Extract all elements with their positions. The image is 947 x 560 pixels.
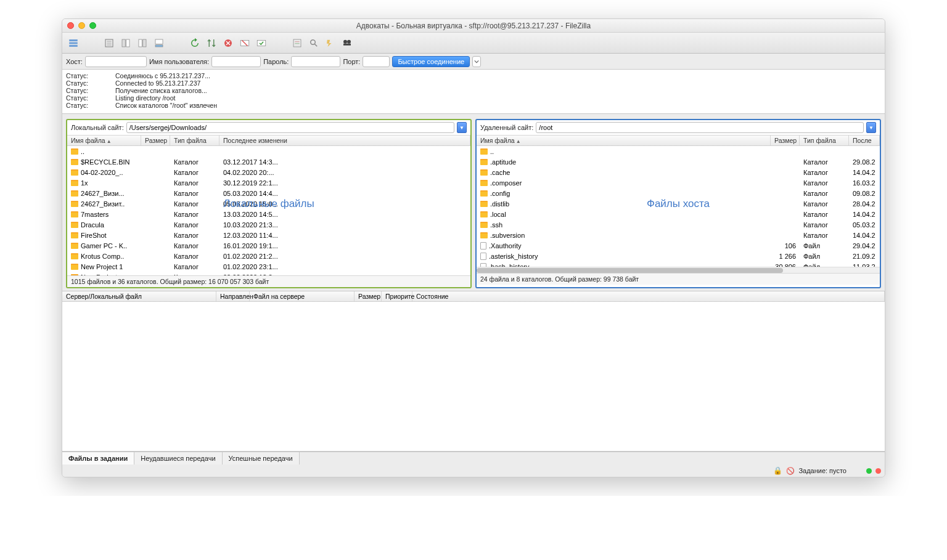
file-row[interactable]: 1xКаталог30.12.2019 22:1... [67, 177, 470, 188]
file-row[interactable]: .asterisk_history1 266Файл21.09.2 [477, 251, 880, 261]
search-icon[interactable] [306, 36, 321, 51]
file-row[interactable]: .localКаталог14.04.2 [477, 209, 880, 219]
file-size: 106 [771, 242, 800, 250]
remote-col-date[interactable]: После [849, 136, 880, 145]
user-input[interactable] [211, 56, 261, 67]
cancel-icon[interactable] [221, 36, 236, 51]
file-row[interactable]: .subversionКаталог14.04.2 [477, 230, 880, 240]
file-row[interactable]: .distlibКаталог28.04.2 [477, 198, 880, 209]
svg-rect-8 [126, 39, 129, 47]
file-name: .aptitude [490, 158, 516, 166]
file-row[interactable]: .cacheКаталог14.04.2 [477, 167, 880, 177]
remote-path-input[interactable] [536, 122, 864, 133]
local-col-date[interactable]: Последнее изменени [219, 136, 470, 145]
local-col-type[interactable]: Тип файла [170, 136, 219, 145]
tab-failed[interactable]: Неудавшиеся передачи [134, 452, 222, 465]
disconnect-icon[interactable] [237, 36, 252, 51]
local-path-dropdown[interactable]: ▼ [457, 122, 467, 133]
tab-success[interactable]: Успешные передачи [223, 452, 300, 465]
svg-rect-9 [139, 39, 142, 47]
tab-queued[interactable]: Файлы в задании [62, 452, 134, 465]
file-row[interactable]: DraculaКаталог10.03.2020 21:3... [67, 219, 470, 230]
queue-indicator-icon[interactable]: 🚫 [786, 467, 795, 475]
file-row[interactable]: Gamer PC - K..Каталог16.01.2020 19:1... [67, 240, 470, 251]
file-name: 04-02-2020_.. [81, 169, 123, 176]
queue-col-prio[interactable]: Приорите [382, 291, 412, 301]
remote-h-scrollbar[interactable] [477, 267, 880, 273]
pass-input[interactable] [291, 56, 340, 67]
scrollbar-thumb[interactable] [477, 268, 783, 273]
maximize-button[interactable] [89, 22, 96, 29]
quick-connect-button[interactable]: Быстрое соединение [392, 56, 470, 67]
file-type: Файл [800, 242, 849, 250]
site-manager-icon[interactable] [66, 36, 81, 51]
toggle-remote-tree-icon[interactable] [135, 36, 150, 51]
file-row[interactable]: Krotus Comp..Каталог01.02.2020 21:2... [67, 251, 470, 261]
file-type: Каталог [170, 232, 219, 239]
file-row[interactable]: .bash_history30 806Файл11.03.2 [477, 261, 880, 267]
quick-connect-dropdown[interactable] [472, 56, 481, 67]
file-row[interactable]: .Xauthority106Файл29.04.2 [477, 240, 880, 251]
folder-icon [480, 211, 488, 217]
file-row[interactable]: .configКаталог09.08.2 [477, 188, 880, 198]
file-date: 13.03.2020 14:5... [219, 211, 470, 218]
queue-header[interactable]: Сервер/Локальный файл Направлен Файл на … [62, 291, 885, 302]
remote-grid-header[interactable]: Имя файла▲ Размер Тип файла После [477, 136, 880, 146]
file-row[interactable]: .sshКаталог05.03.2 [477, 219, 880, 230]
svg-point-25 [347, 39, 351, 43]
file-row[interactable]: 7mastersКаталог13.03.2020 14:5... [67, 209, 470, 219]
local-path-input[interactable] [126, 122, 454, 133]
file-type: Каталог [800, 211, 849, 218]
filter-icon[interactable] [290, 36, 305, 51]
remote-col-size[interactable]: Размер [771, 136, 800, 145]
folder-icon [71, 211, 78, 217]
close-button[interactable] [67, 22, 74, 29]
file-row[interactable]: $RECYCLE.BINКаталог03.12.2017 14:3... [67, 156, 470, 167]
svg-rect-18 [257, 40, 266, 46]
port-input[interactable] [363, 56, 390, 67]
remote-pathbar: Удаленный сайт: ▼ [477, 120, 880, 136]
process-queue-icon[interactable] [204, 36, 219, 51]
file-name: .cache [490, 169, 510, 176]
file-type: Каталог [170, 169, 219, 176]
reconnect-icon[interactable] [254, 36, 269, 51]
file-name: .. [81, 148, 84, 155]
remote-grid-body[interactable]: ...aptitudeКаталог29.08.2.cacheКаталог14… [477, 146, 880, 267]
file-row[interactable]: .. [477, 146, 880, 156]
remote-path-dropdown[interactable]: ▼ [866, 122, 876, 133]
file-row[interactable]: .. [67, 146, 470, 156]
file-size: 1 266 [771, 253, 800, 260]
queue-col-dir[interactable]: Направлен [216, 291, 250, 301]
queue-col-server[interactable]: Сервер/Локальный файл [62, 291, 216, 301]
toggle-log-icon[interactable] [102, 36, 117, 51]
sync-browse-icon[interactable] [340, 36, 355, 51]
file-row[interactable]: New Project 1Каталог01.02.2020 23:1... [67, 261, 470, 272]
file-row[interactable]: .composerКаталог16.03.2 [477, 177, 880, 188]
local-col-size[interactable]: Размер [141, 136, 170, 145]
file-row[interactable]: 04-02-2020_..Каталог04.02.2020 20:... [67, 167, 470, 177]
remote-col-type[interactable]: Тип файла [800, 136, 849, 145]
local-grid-header[interactable]: Имя файла▲ Размер Тип файла Последнее из… [67, 136, 470, 146]
host-input[interactable] [85, 56, 147, 67]
file-row[interactable]: .aptitudeКаталог29.08.2 [477, 156, 880, 167]
folder-icon [71, 180, 78, 186]
compare-icon[interactable] [323, 36, 338, 51]
file-name: .ssh [490, 221, 502, 229]
minimize-button[interactable] [78, 22, 85, 29]
folder-icon [480, 169, 488, 176]
lock-icon[interactable]: 🔒 [773, 466, 782, 475]
queue-col-size[interactable]: Размер [355, 291, 382, 301]
local-grid-body[interactable]: ..$RECYCLE.BINКаталог03.12.2017 14:3...0… [67, 146, 470, 275]
file-row[interactable]: 24627_Визит..Каталог05.03.2020 15:0... [67, 198, 470, 209]
refresh-icon[interactable] [187, 36, 202, 51]
file-type: Каталог [800, 200, 849, 208]
file-row[interactable]: FireShotКаталог12.03.2020 11:4... [67, 230, 470, 240]
queue-col-state[interactable]: Состояние [412, 291, 885, 301]
queue-body[interactable] [62, 302, 885, 451]
queue-col-remote[interactable]: Файл на сервере [250, 291, 355, 301]
toggle-local-tree-icon[interactable] [118, 36, 133, 51]
message-log[interactable]: Статус:Соединяюсь с 95.213.217.237... Ст… [62, 70, 885, 114]
toggle-queue-icon[interactable] [152, 36, 166, 51]
svg-rect-26 [343, 43, 351, 45]
file-row[interactable]: 24627_Визи...Каталог05.03.2020 14:4... [67, 188, 470, 198]
